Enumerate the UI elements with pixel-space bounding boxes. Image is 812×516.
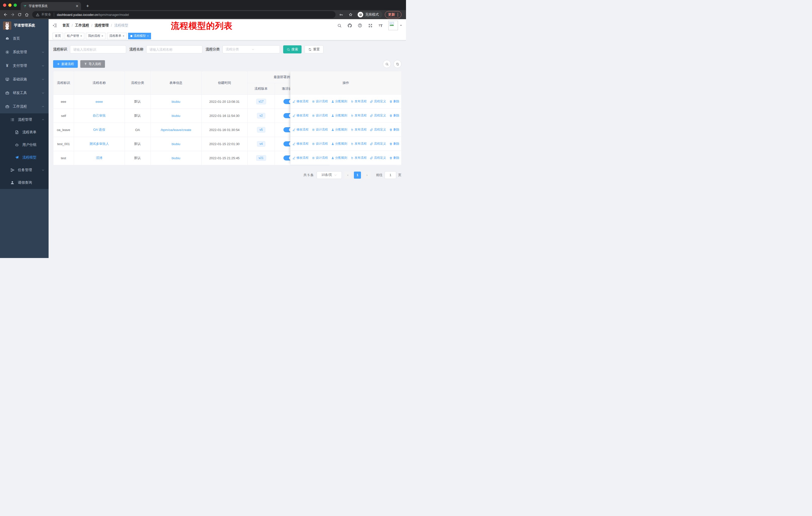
home-icon[interactable] (23, 11, 30, 18)
import-process-button[interactable]: 导入流程 (80, 60, 105, 68)
forward-icon[interactable] (9, 11, 16, 18)
goto-page-input[interactable] (385, 171, 396, 179)
next-page-button[interactable]: › (364, 171, 371, 179)
action-publish-link[interactable]: 发布流程 (351, 128, 367, 132)
tag-item[interactable]: 首页 (53, 33, 63, 39)
search-icon[interactable] (337, 23, 342, 28)
close-window-button[interactable] (3, 3, 6, 7)
sidebar-item-listdots[interactable]: 流程管理 (0, 113, 49, 126)
tag-close-icon[interactable]: × (80, 34, 82, 37)
refresh-table-button[interactable] (394, 60, 402, 68)
action-assign-link[interactable]: 分配规则 (331, 113, 347, 118)
address-bar[interactable]: 不安全 dashboard.yudao.iocoder.cn/bpm/manag… (32, 11, 336, 18)
action-edit-link[interactable]: 修改流程 (292, 99, 309, 104)
action-assign-link[interactable]: 分配规则 (331, 128, 347, 132)
action-trash-link[interactable]: 删除 (389, 99, 400, 104)
action-assign-link[interactable]: 分配规则 (331, 99, 347, 104)
sidebar-item-flow[interactable]: 任务管理 (0, 164, 49, 176)
action-definition-link[interactable]: 流程定义 (370, 156, 386, 160)
action-definition-link[interactable]: 流程定义 (370, 113, 386, 118)
sidebar-fold-icon[interactable] (52, 22, 59, 29)
url-text[interactable]: dashboard.yudao.iocoder.cn/bpm/manager/m… (57, 13, 129, 17)
action-edit-link[interactable]: 修改流程 (292, 156, 309, 160)
action-publish-link[interactable]: 发布流程 (351, 99, 367, 104)
action-design-link[interactable]: 设计流程 (312, 142, 328, 146)
action-publish-link[interactable]: 发布流程 (351, 142, 367, 146)
github-icon[interactable] (347, 23, 352, 28)
breadcrumb-item[interactable]: 工作流程 (75, 23, 89, 28)
action-edit-link[interactable]: 修改流程 (292, 128, 309, 132)
form-info-link[interactable]: biubiu (172, 114, 180, 118)
action-assign-link[interactable]: 分配规则 (331, 156, 347, 160)
update-button[interactable]: 更新 (385, 11, 402, 18)
help-icon[interactable] (357, 23, 362, 28)
menu-dots-icon[interactable] (398, 13, 398, 17)
process-id-input[interactable] (70, 45, 126, 53)
tag-active[interactable]: 流程模型 × (128, 33, 151, 39)
action-design-link[interactable]: 设计流程 (312, 128, 328, 132)
sidebar-item-dashboard[interactable]: 首页 (0, 32, 49, 45)
tag-item[interactable]: 流程表单 × (107, 33, 126, 39)
tag-item[interactable]: 我的流程 × (86, 33, 106, 39)
sidebar-item-monitor[interactable]: 基础设施 (0, 73, 49, 86)
action-edit-link[interactable]: 修改流程 (292, 142, 309, 146)
avatar[interactable] (388, 21, 398, 30)
action-assign-link[interactable]: 分配规则 (331, 142, 347, 146)
back-icon[interactable] (2, 11, 9, 18)
process-name-input[interactable] (146, 45, 202, 53)
page-1-button[interactable]: 1 (354, 171, 361, 179)
tab-close-icon[interactable]: ✕ (76, 4, 79, 8)
sidebar-item-yen[interactable]: ¥ 支付管理 (0, 59, 49, 73)
prev-page-button[interactable]: ‹ (344, 171, 351, 179)
page-size-select[interactable]: 10条/页 (317, 171, 342, 179)
sidebar-item-robot[interactable]: 用户分组 (0, 139, 49, 151)
browser-tab[interactable]: 芋道管理系统 ✕ (21, 2, 81, 10)
category-select[interactable]: 流程分类 (223, 45, 280, 53)
action-design-link[interactable]: 设计流程 (312, 113, 328, 118)
user-avatar-menu[interactable] (388, 21, 402, 30)
reload-icon[interactable] (16, 11, 23, 18)
action-publish-link[interactable]: 发布流程 (351, 113, 367, 118)
action-trash-link[interactable]: 删除 (389, 113, 400, 118)
form-info-link[interactable]: /bpm/oa/leave/create (161, 128, 191, 132)
process-name-link[interactable]: eeee (96, 100, 103, 104)
tag-close-icon[interactable]: × (102, 34, 103, 37)
font-size-icon[interactable]: TT (378, 23, 383, 28)
key-icon[interactable] (338, 11, 345, 18)
sidebar-item-toolbox[interactable]: 工作流程 (0, 100, 49, 113)
form-info-link[interactable]: biubiu (172, 100, 180, 104)
sidebar-item-person[interactable]: 请假查询 (0, 176, 49, 189)
reset-button[interactable]: 重置 (304, 45, 323, 53)
tag-item[interactable]: 租户管理 × (65, 33, 84, 39)
sidebar-item-form[interactable]: 流程表单 (0, 126, 49, 139)
action-definition-link[interactable]: 流程定义 (370, 128, 386, 132)
bookmark-star-icon[interactable] (347, 11, 354, 18)
sidebar-item-gear[interactable]: 系统管理 (0, 45, 49, 59)
security-label[interactable]: 不安全 (41, 12, 51, 17)
breadcrumb-item[interactable]: 流程管理 (95, 23, 109, 28)
action-edit-link[interactable]: 修改流程 (292, 113, 309, 118)
action-trash-link[interactable]: 删除 (389, 156, 400, 160)
action-design-link[interactable]: 设计流程 (312, 99, 328, 104)
action-definition-link[interactable]: 流程定义 (370, 99, 386, 104)
action-design-link[interactable]: 设计流程 (312, 156, 328, 160)
sidebar-item-toolbox[interactable]: 研发工具 (0, 86, 49, 100)
action-trash-link[interactable]: 删除 (389, 128, 400, 132)
process-name-link[interactable]: OA 请假 (93, 128, 105, 132)
new-tab-button[interactable]: + (85, 3, 91, 9)
tag-close-icon[interactable]: × (123, 34, 124, 37)
toggle-search-button[interactable] (383, 60, 391, 68)
action-trash-link[interactable]: 删除 (389, 142, 400, 146)
zoom-window-button[interactable] (13, 3, 17, 7)
create-process-button[interactable]: 新建流程 (53, 60, 78, 68)
tag-close-icon[interactable]: × (147, 34, 149, 37)
action-definition-link[interactable]: 流程定义 (370, 142, 386, 146)
minimize-window-button[interactable] (8, 3, 11, 7)
breadcrumb-item[interactable]: 首页 (62, 23, 69, 28)
app-logo[interactable]: 芋道管理系统 (0, 19, 49, 32)
process-name-link[interactable]: 自己审批 (93, 114, 106, 117)
action-publish-link[interactable]: 发布流程 (351, 156, 367, 160)
sidebar-item-plane[interactable]: 流程模型 (0, 151, 49, 164)
fullscreen-icon[interactable] (368, 23, 373, 28)
process-name-link[interactable]: 测试多审批人 (89, 142, 109, 146)
